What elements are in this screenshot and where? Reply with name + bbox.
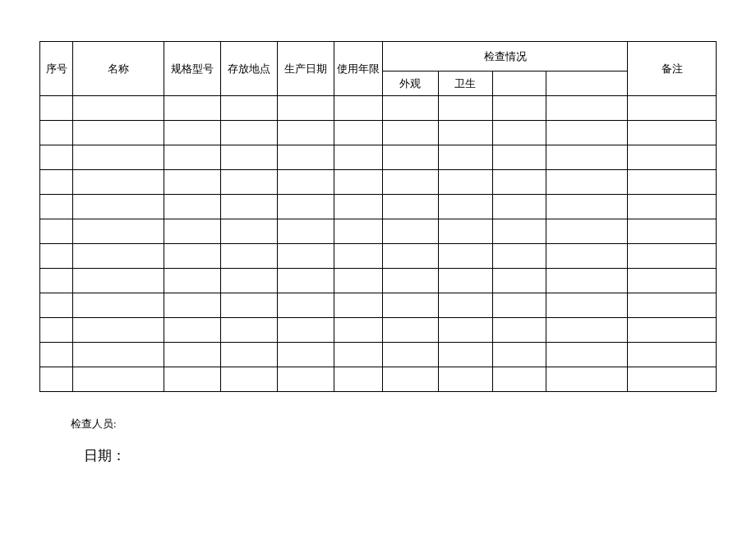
cell-remark bbox=[628, 96, 717, 121]
table-row bbox=[40, 343, 717, 367]
cell-name bbox=[73, 170, 164, 195]
cell-s4 bbox=[546, 367, 628, 392]
cell-date bbox=[277, 145, 334, 170]
cell-remark bbox=[628, 318, 717, 343]
cell-spec bbox=[164, 121, 220, 145]
table-row bbox=[40, 195, 717, 219]
col-header-name: 名称 bbox=[73, 42, 164, 96]
cell-seq bbox=[40, 343, 73, 367]
cell-spec bbox=[164, 219, 220, 244]
cell-life bbox=[334, 367, 382, 392]
cell-name bbox=[73, 318, 164, 343]
cell-s3 bbox=[492, 170, 546, 195]
inspection-table: 序号 名称 规格型号 存放地点 生产日期 使用年限 检查情况 备注 外观 卫生 bbox=[39, 41, 717, 392]
cell-s3 bbox=[492, 293, 546, 318]
cell-remark bbox=[628, 343, 717, 367]
cell-s2 bbox=[438, 195, 492, 219]
table-header-row: 序号 名称 规格型号 存放地点 生产日期 使用年限 检查情况 备注 bbox=[40, 42, 717, 71]
cell-s3 bbox=[492, 219, 546, 244]
cell-s4 bbox=[546, 318, 628, 343]
cell-life bbox=[334, 145, 382, 170]
cell-date bbox=[277, 318, 334, 343]
cell-s1 bbox=[383, 121, 438, 145]
cell-life bbox=[334, 269, 382, 293]
cell-seq bbox=[40, 293, 73, 318]
cell-spec bbox=[164, 269, 220, 293]
cell-s4 bbox=[546, 293, 628, 318]
cell-remark bbox=[628, 269, 717, 293]
cell-s1 bbox=[383, 318, 438, 343]
cell-seq bbox=[40, 219, 73, 244]
inspector-label: 检查人员: bbox=[39, 417, 717, 431]
cell-s4 bbox=[546, 145, 628, 170]
cell-loc bbox=[220, 145, 277, 170]
cell-s4 bbox=[546, 269, 628, 293]
cell-seq bbox=[40, 170, 73, 195]
cell-s2 bbox=[438, 170, 492, 195]
cell-seq bbox=[40, 318, 73, 343]
cell-s2 bbox=[438, 293, 492, 318]
cell-spec bbox=[164, 195, 220, 219]
cell-date bbox=[277, 195, 334, 219]
cell-seq bbox=[40, 121, 73, 145]
cell-loc bbox=[220, 170, 277, 195]
cell-date bbox=[277, 96, 334, 121]
cell-s2 bbox=[438, 367, 492, 392]
cell-life bbox=[334, 244, 382, 269]
cell-loc bbox=[220, 367, 277, 392]
cell-s3 bbox=[492, 269, 546, 293]
col-sub-hygiene: 卫生 bbox=[438, 71, 492, 96]
cell-remark bbox=[628, 121, 717, 145]
cell-s3 bbox=[492, 367, 546, 392]
cell-loc bbox=[220, 195, 277, 219]
cell-name bbox=[73, 269, 164, 293]
cell-s4 bbox=[546, 121, 628, 145]
col-sub-3 bbox=[492, 71, 546, 96]
cell-spec bbox=[164, 293, 220, 318]
cell-s3 bbox=[492, 96, 546, 121]
cell-life bbox=[334, 318, 382, 343]
cell-date bbox=[277, 269, 334, 293]
cell-life bbox=[334, 195, 382, 219]
cell-date bbox=[277, 244, 334, 269]
cell-seq bbox=[40, 145, 73, 170]
table-row bbox=[40, 219, 717, 244]
cell-life bbox=[334, 170, 382, 195]
table-row bbox=[40, 244, 717, 269]
cell-spec bbox=[164, 343, 220, 367]
cell-name bbox=[73, 343, 164, 367]
cell-remark bbox=[628, 145, 717, 170]
cell-spec bbox=[164, 170, 220, 195]
cell-date bbox=[277, 170, 334, 195]
cell-seq bbox=[40, 96, 73, 121]
cell-s2 bbox=[438, 269, 492, 293]
cell-remark bbox=[628, 195, 717, 219]
cell-date bbox=[277, 343, 334, 367]
cell-s2 bbox=[438, 343, 492, 367]
col-header-location: 存放地点 bbox=[220, 42, 277, 96]
cell-life bbox=[334, 96, 382, 121]
cell-life bbox=[334, 343, 382, 367]
cell-name bbox=[73, 244, 164, 269]
table-row bbox=[40, 145, 717, 170]
col-header-remark: 备注 bbox=[628, 42, 717, 96]
cell-s1 bbox=[383, 96, 438, 121]
cell-s3 bbox=[492, 318, 546, 343]
cell-s4 bbox=[546, 244, 628, 269]
cell-s1 bbox=[383, 170, 438, 195]
col-header-inspection: 检查情况 bbox=[383, 42, 628, 71]
cell-spec bbox=[164, 96, 220, 121]
table-row bbox=[40, 96, 717, 121]
cell-remark bbox=[628, 293, 717, 318]
cell-s3 bbox=[492, 121, 546, 145]
cell-name bbox=[73, 145, 164, 170]
cell-date bbox=[277, 367, 334, 392]
cell-loc bbox=[220, 121, 277, 145]
cell-loc bbox=[220, 244, 277, 269]
cell-loc bbox=[220, 96, 277, 121]
cell-life bbox=[334, 293, 382, 318]
cell-loc bbox=[220, 293, 277, 318]
date-label: 日期： bbox=[39, 446, 717, 465]
table-row bbox=[40, 318, 717, 343]
cell-date bbox=[277, 293, 334, 318]
